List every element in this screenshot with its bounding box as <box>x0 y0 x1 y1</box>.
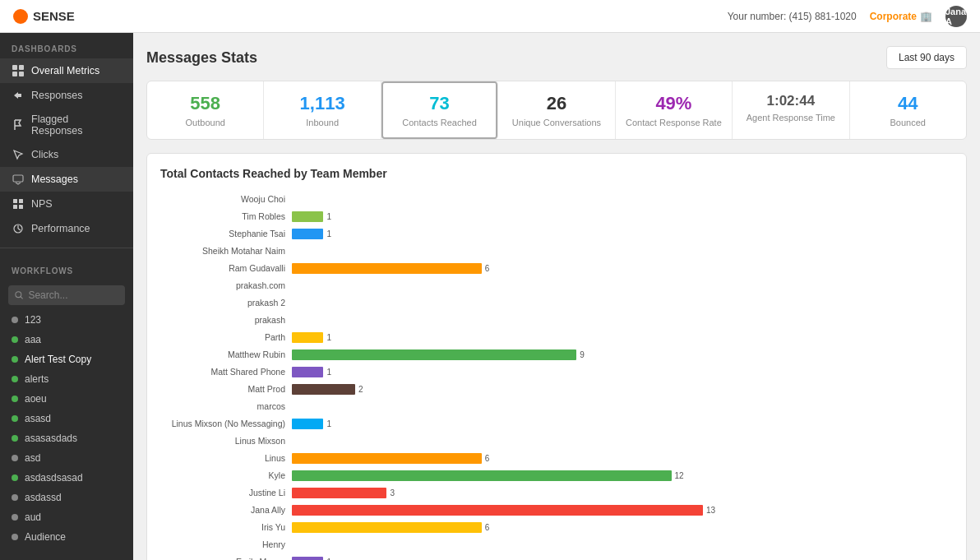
bar-fill <box>292 488 386 498</box>
bar-container: 3 <box>292 488 953 498</box>
workflow-item-asasasdads[interactable]: asasasdads <box>0 428 133 448</box>
sidebar-label-nps: NPS <box>31 198 53 210</box>
bar-chart: Wooju ChoiTim Robles1Stephanie Tsai1Shei… <box>160 192 953 560</box>
workflow-label: alerts <box>25 373 49 385</box>
bar-row: Ram Gudavalli6 <box>160 261 953 275</box>
sidebar-item-nps[interactable]: NPS <box>0 192 133 216</box>
metric-value-outbound: 558 <box>157 93 253 114</box>
workflow-label: asd <box>25 452 40 464</box>
bar-label: Matthew Rubin <box>160 349 292 359</box>
workflow-item-asasd[interactable]: asasd <box>0 409 133 428</box>
workflow-label: asdassd <box>25 492 62 503</box>
workflow-label: aaa <box>25 334 41 345</box>
sidebar-item-clicks[interactable]: Clicks <box>0 142 133 167</box>
bar-fill <box>292 229 323 239</box>
metric-agent-response: 1:02:44 Agent Response Time <box>733 81 849 139</box>
workflow-dot <box>12 336 18 343</box>
bar-row: Jana Ally13 <box>160 502 953 517</box>
workflow-dot <box>12 396 18 402</box>
performance-icon <box>12 222 25 235</box>
sidebar-item-responses[interactable]: Responses <box>0 83 133 108</box>
workflow-label: Alert Test Copy <box>25 354 91 365</box>
workflow-dot <box>12 455 18 461</box>
metrics-row: 558 Outbound 1,113 Inbound 73 Contacts R… <box>146 81 967 140</box>
nps-icon <box>12 197 25 211</box>
bar-container: 6 <box>292 263 953 274</box>
bar-value-label: 1 <box>326 229 331 238</box>
bar-value-label: 1 <box>326 333 331 342</box>
bar-value-label: 1 <box>326 419 331 428</box>
svg-rect-2 <box>12 72 17 76</box>
avatar[interactable]: Jana A <box>945 6 967 27</box>
svg-rect-6 <box>19 199 23 203</box>
app-name: SENSE <box>33 9 75 23</box>
sidebar-label-overall-metrics: Overall Metrics <box>31 65 99 76</box>
workflow-item-alert-test-copy[interactable]: Alert Test Copy <box>0 349 133 369</box>
main-content: Messages Stats Last 90 days 558 Outbound… <box>133 33 980 560</box>
svg-line-11 <box>21 297 23 299</box>
sidebar-item-performance[interactable]: Performance <box>0 216 133 241</box>
bar-label: marcos <box>160 401 292 411</box>
search-icon <box>15 290 23 300</box>
bar-row: Linus6 <box>160 451 953 465</box>
workflow-item-asdassd[interactable]: asdassd <box>0 488 133 507</box>
bar-fill <box>292 505 703 516</box>
bar-value-label: 3 <box>390 488 395 498</box>
bar-value-label: 6 <box>485 454 490 463</box>
bar-value-label: 9 <box>580 350 585 359</box>
workflow-dot <box>12 435 18 442</box>
bar-fill <box>292 453 482 464</box>
sidebar-item-flagged-responses[interactable]: Flagged Responses <box>0 108 133 142</box>
search-input[interactable] <box>28 289 118 301</box>
workflow-item-aaa[interactable]: aaa <box>0 330 133 349</box>
workflow-item-asdasdsasad[interactable]: asdasdsasad <box>0 468 133 488</box>
page-title: Messages Stats <box>146 49 257 67</box>
bar-fill <box>292 263 482 274</box>
bar-label: prakash.com <box>160 280 292 290</box>
building-icon: 🏢 <box>920 11 932 22</box>
sidebar-item-overall-metrics[interactable]: Overall Metrics <box>0 58 133 83</box>
bar-row: prakash <box>160 312 953 327</box>
workflow-item-alerts[interactable]: alerts <box>0 369 133 389</box>
cursor-icon <box>12 148 25 161</box>
workflow-dot <box>12 376 18 382</box>
bar-fill <box>292 557 323 560</box>
metric-value-bounced: 44 <box>860 93 956 114</box>
metric-label-unique: Unique Conversations <box>508 118 604 127</box>
bar-container: 1 <box>292 367 953 377</box>
bar-value-label: 2 <box>358 385 363 394</box>
workflow-label: asasasdads <box>25 433 77 444</box>
bar-fill <box>292 384 355 395</box>
svg-rect-4 <box>13 175 23 182</box>
svg-rect-5 <box>13 199 17 203</box>
workflow-item-asd[interactable]: asd <box>0 448 133 468</box>
bar-value-label: 6 <box>485 264 490 273</box>
workflow-item-aud[interactable]: aud <box>0 507 133 527</box>
bar-container: 13 <box>292 505 953 516</box>
date-range-button[interactable]: Last 90 days <box>886 46 967 69</box>
phone-number: Your number: (415) 881-1020 <box>728 11 857 22</box>
sidebar-item-messages[interactable]: Messages <box>0 167 133 192</box>
workflow-item-audience[interactable]: Audience <box>0 527 133 547</box>
bar-fill <box>292 332 323 343</box>
metric-label-response-rate: Contact Response Rate <box>626 118 722 127</box>
bar-label: Linus Mixson (No Messaging) <box>160 419 292 428</box>
workflow-search[interactable] <box>8 285 125 305</box>
topbar-right: Your number: (415) 881-1020 Corporate 🏢 … <box>728 6 967 27</box>
svg-rect-7 <box>13 205 17 209</box>
app-logo: SENSE <box>13 9 75 24</box>
workflow-dot <box>12 415 18 422</box>
bar-label: Henry <box>160 539 292 549</box>
bar-container: 6 <box>292 453 953 464</box>
bar-row: Linus Mixson <box>160 433 953 448</box>
workflow-item-aoeu[interactable]: aoeu <box>0 389 133 409</box>
bar-row: Justine Li3 <box>160 485 953 500</box>
bar-fill <box>292 367 323 377</box>
grid-icon <box>12 64 25 77</box>
workflow-item-123[interactable]: 123 <box>0 310 133 330</box>
bar-value-label: 13 <box>706 506 715 515</box>
metric-label-inbound: Inbound <box>274 118 370 127</box>
sidebar: DASHBOARDS Overall Metrics Responses Fla… <box>0 33 133 560</box>
bar-row: Emily Macon1 <box>160 554 953 560</box>
bar-container: 1 <box>292 419 953 429</box>
